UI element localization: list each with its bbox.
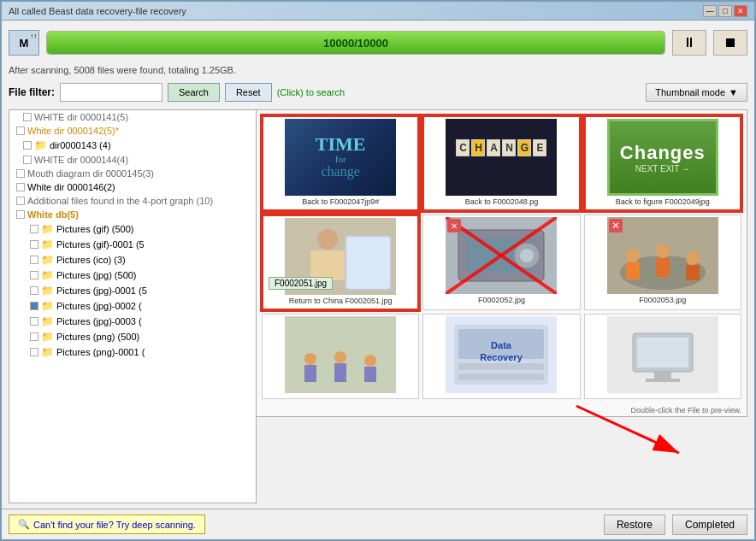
svg-rect-39 — [637, 338, 688, 368]
filter-input[interactable] — [60, 83, 162, 102]
reset-button[interactable]: Reset — [225, 83, 272, 102]
data-recovery-svg: Data Recovery — [446, 316, 557, 393]
stop-button[interactable]: ⏹ — [713, 30, 747, 56]
filter-bar: File filter: Search Reset (Click) to sea… — [9, 80, 747, 104]
tree-item-checkbox[interactable] — [30, 332, 38, 341]
tree-item[interactable]: 📁Pictures (gif) (500) — [9, 221, 256, 237]
pause-button[interactable]: ⏸ — [672, 30, 706, 56]
tree-item-checkbox[interactable] — [30, 348, 38, 356]
tree-item[interactable]: 📁Pictures (jpg)-0002 ( — [9, 298, 256, 314]
search-button[interactable]: Search — [168, 83, 220, 102]
restore-button[interactable]: Restore — [604, 515, 665, 535]
folder-icon: 📁 — [41, 300, 54, 312]
tree-item-label: Pictures (jpg)-0002 ( — [56, 301, 142, 311]
tree-item-checkbox[interactable] — [23, 156, 32, 164]
svg-rect-40 — [654, 372, 671, 379]
tree-item-checkbox[interactable] — [23, 113, 32, 121]
svg-point-1 — [317, 229, 338, 250]
tile: A — [487, 139, 500, 156]
top-bar: M↑↑ 10000/10000 ⏸ ⏹ — [9, 26, 747, 60]
change-text: change — [322, 164, 360, 179]
tree-item[interactable]: White dir 0000146(2) — [9, 180, 256, 194]
tree-item-checkbox[interactable] — [30, 302, 38, 310]
thumb-img-3: Changes NEXT EXIT → — [607, 119, 718, 196]
deep-scan-button[interactable]: 🔍 Can't find your file? Try deep scannin… — [9, 515, 205, 534]
folder-icon: 📁 — [41, 315, 54, 327]
thumb-item-7[interactable] — [262, 314, 419, 399]
tree-item-checkbox[interactable] — [30, 271, 38, 279]
thumb-item-2[interactable]: C H A N G E Back to F0002048.pg — [422, 115, 580, 211]
tree-item-label: Pictures (jpg) (500) — [56, 270, 137, 280]
maximize-button[interactable]: □ — [718, 5, 732, 17]
completed-button[interactable]: Completed — [672, 515, 747, 535]
thumb-item-8[interactable]: Data Recovery — [422, 314, 580, 399]
next-exit-text: NEXT EXIT → — [635, 164, 690, 173]
thumb-label-5: F0002052.jpg — [425, 294, 577, 306]
hdd-svg — [446, 217, 557, 294]
tile: N — [502, 139, 516, 156]
click-to-search[interactable]: (Click) to search — [277, 87, 345, 97]
filter-label: File filter: — [9, 86, 55, 98]
tree-item[interactable]: WHITE dir 0000141(5) — [9, 110, 256, 124]
tree-item-checkbox[interactable] — [16, 169, 25, 178]
generic-image: One — [607, 316, 718, 393]
tree-item-checkbox[interactable] — [16, 183, 25, 191]
thumb-item-9[interactable]: One — [584, 314, 741, 399]
thumb-img-5: ✕ — [446, 217, 557, 294]
tree-item-checkbox[interactable] — [16, 197, 25, 205]
tree-item[interactable]: 📁Pictures (jpg)-0003 ( — [9, 314, 256, 329]
tree-item[interactable]: White db(5) — [9, 208, 256, 221]
tree-item[interactable]: 📁Pictures (gif)-0001 (5 — [9, 237, 256, 252]
hdd-image — [446, 217, 557, 294]
close-button[interactable]: ✕ — [734, 5, 747, 17]
thumbnail-grid: TIME for change Back to F0002047jp9# — [257, 110, 747, 404]
delete-icon: ✕ — [447, 219, 461, 232]
tree-item[interactable]: 📁Pictures (png)-0001 ( — [9, 344, 256, 360]
tree-item-label: Pictures (jpg)-0001 (5 — [56, 285, 147, 296]
svg-rect-35 — [458, 373, 544, 380]
tree-item[interactable]: 📁Pictures (ico) (3) — [9, 252, 256, 268]
tree-item-checkbox[interactable] — [16, 210, 25, 219]
tree-item[interactable]: White dir 0000142(5)* — [9, 124, 256, 138]
tree-item[interactable]: 📁Pictures (jpg) (500) — [9, 268, 256, 283]
tree-item[interactable]: Additional files found in the 4-port gra… — [9, 194, 256, 208]
tree-item-checkbox[interactable] — [16, 126, 25, 135]
thumb-item-3[interactable]: Changes NEXT EXIT → Back to figure F0002… — [584, 115, 741, 211]
main-area: WHITE dir 0000141(5)White dir 0000142(5)… — [9, 109, 747, 503]
tree-item-label: Pictures (gif)-0001 (5 — [56, 239, 145, 250]
tree-item[interactable]: 📁Pictures (jpg)-0001 (5 — [9, 283, 256, 298]
view-mode-button[interactable]: Thumbnail mode ▼ — [646, 83, 747, 102]
tree-item[interactable]: 📁dir0000143 (4) — [9, 138, 256, 153]
tree-item-checkbox[interactable] — [30, 256, 38, 264]
svg-rect-41 — [646, 379, 680, 382]
tree-item[interactable]: 📁Pictures (png) (500) — [9, 329, 256, 344]
tree-item[interactable]: WHITE dir 0000144(4) — [9, 153, 256, 167]
folder-icon: 📁 — [41, 223, 54, 235]
m-button[interactable]: M↑↑ — [9, 30, 39, 56]
thumb-item-1[interactable]: TIME for change Back to F0002047jp9# — [262, 115, 419, 211]
tree-item-checkbox[interactable] — [30, 317, 38, 326]
svg-text:✕: ✕ — [611, 220, 620, 232]
tree-item-label: WHITE dir 0000144(4) — [34, 155, 128, 165]
svg-point-9 — [520, 249, 534, 262]
folder-icon: 📁 — [34, 139, 47, 151]
workers-svg: ✕ — [607, 217, 718, 294]
scan-info: After scanning, 5008 files were found, t… — [9, 65, 747, 75]
thumb-item-6[interactable]: ✕ F0002053.jpg — [584, 215, 741, 310]
svg-text:Data: Data — [492, 340, 513, 350]
tree-item-checkbox[interactable] — [30, 286, 38, 295]
folder-icon: 📁 — [41, 269, 54, 281]
tree-item-label: White dir 0000142(5)* — [27, 126, 119, 136]
tree-item-label: Pictures (jpg)-0003 ( — [56, 316, 142, 326]
tree-item-checkbox[interactable] — [30, 240, 38, 249]
time-change-image: TIME for change — [285, 119, 396, 196]
thumb-item-5[interactable]: ✕ F0002052.jpg — [422, 215, 580, 310]
tree-item-checkbox[interactable] — [23, 141, 32, 150]
svg-rect-24 — [304, 365, 316, 382]
changes-text: Changes — [620, 142, 706, 164]
view-mode-selector[interactable]: Thumbnail mode ▼ — [646, 83, 747, 102]
tree-item-checkbox[interactable] — [30, 225, 38, 233]
minimize-button[interactable]: — — [703, 5, 717, 17]
thumb-item-4[interactable]: Return to China F0002051.jpg F0002051.jp… — [262, 215, 419, 310]
tree-item[interactable]: Mouth diagram dir 0000145(3) — [9, 167, 256, 180]
